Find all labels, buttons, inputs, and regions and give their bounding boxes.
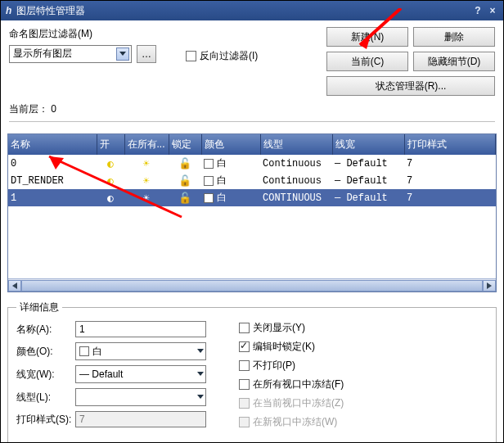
hide-details-button[interactable]: 隐藏细节(D) <box>413 52 495 71</box>
col-name[interactable]: 名称 <box>8 134 97 155</box>
details-group: 详细信息 名称(A): 1 颜色(O): 白 线宽(W): — Default <box>7 301 497 443</box>
scroll-left-icon[interactable] <box>8 280 21 292</box>
detail-color-label: 颜色(O): <box>16 345 75 359</box>
color-swatch[interactable] <box>204 193 214 203</box>
close-button[interactable]: × <box>485 5 500 16</box>
app-logo: h <box>6 5 11 16</box>
detail-lineweight-label: 线宽(W): <box>16 368 75 382</box>
check-off-display[interactable]: 关闭显示(Y) <box>239 321 344 335</box>
help-button[interactable]: ? <box>470 5 485 16</box>
check-edit-lock[interactable]: 编辑时锁定(K) <box>239 340 344 354</box>
scroll-right-icon[interactable] <box>483 280 496 292</box>
state-manager-button[interactable]: 状态管理器(R)... <box>326 76 495 96</box>
col-lock[interactable]: 锁定 <box>169 134 201 155</box>
lightbulb-icon[interactable]: ◐ <box>97 172 124 189</box>
detail-plotstyle-label: 打印样式(S): <box>16 413 75 427</box>
table-header-row: 名称 开 在所有... 锁定 颜色 线型 线宽 打印样式 <box>8 134 496 155</box>
delete-button[interactable]: 删除 <box>413 27 495 47</box>
detail-name-label: 名称(A): <box>16 323 75 337</box>
filter-label: 命名图层过滤器(M) <box>9 27 320 41</box>
scroll-thumb[interactable] <box>21 280 483 292</box>
check-freeze-current: 在当前视口中冻结(Z) <box>239 396 344 410</box>
col-lineweight[interactable]: 线宽 <box>332 134 404 155</box>
check-freeze-all[interactable]: 在所有视口中冻结(F) <box>239 377 344 391</box>
color-swatch[interactable] <box>204 159 214 169</box>
current-button[interactable]: 当前(C) <box>326 52 408 71</box>
filter-combo-value: 显示所有图层 <box>13 47 116 61</box>
col-plotstyle[interactable]: 打印样式 <box>404 134 496 155</box>
filter-browse-button[interactable]: … <box>137 45 156 63</box>
window-title: 图层特性管理器 <box>16 4 470 18</box>
horizontal-scrollbar[interactable] <box>8 278 496 292</box>
col-color[interactable]: 颜色 <box>201 134 260 155</box>
col-on[interactable]: 开 <box>97 134 124 155</box>
title-bar: h 图层特性管理器 ? × <box>1 1 503 20</box>
table-row[interactable]: 1 ◐ ☀ 🔓 白 CONTINUOUS — Default 7 <box>8 189 496 206</box>
chevron-down-icon[interactable] <box>197 349 204 354</box>
lightbulb-icon[interactable]: ◐ <box>97 189 124 206</box>
upper-panel: 命名图层过滤器(M) 显示所有图层 … 反向过滤器(I) 新建(N) 删除 当前… <box>1 20 503 133</box>
detail-lineweight-combo[interactable]: — Default <box>75 365 206 383</box>
table-row[interactable]: 0 ◐ ☀ 🔓 白 Continuous — Default 7 <box>8 155 496 172</box>
detail-color-combo[interactable]: 白 <box>75 342 206 360</box>
detail-linetype-label: 线型(L): <box>16 391 75 405</box>
detail-plotstyle-input: 7 <box>75 411 206 427</box>
detail-name-input[interactable]: 1 <box>75 321 206 337</box>
chevron-down-icon[interactable] <box>116 47 129 61</box>
sun-icon[interactable]: ☀ <box>124 172 169 189</box>
detail-linetype-combo[interactable] <box>75 388 206 406</box>
layer-table: 名称 开 在所有... 锁定 颜色 线型 线宽 打印样式 0 ◐ ☀ 🔓 白 C… <box>7 133 497 292</box>
lock-icon[interactable]: 🔓 <box>169 189 201 206</box>
col-all[interactable]: 在所有... <box>124 134 169 155</box>
checkbox-icon <box>186 51 196 61</box>
sun-icon[interactable]: ☀ <box>124 155 169 172</box>
current-layer-value: 0 <box>51 103 56 115</box>
invert-filter-checkbox[interactable]: 反向过滤器(I) <box>186 49 258 63</box>
filter-combo[interactable]: 显示所有图层 <box>9 45 132 63</box>
table-empty-area <box>8 206 496 278</box>
color-swatch[interactable] <box>204 176 214 186</box>
col-linetype[interactable]: 线型 <box>260 134 332 155</box>
table-row[interactable]: DT_RENDER ◐ ☀ 🔓 白 Continuous — Default 7 <box>8 172 496 189</box>
sun-icon[interactable]: ☀ <box>124 189 169 206</box>
invert-filter-label: 反向过滤器(I) <box>200 49 258 63</box>
new-button[interactable]: 新建(N) <box>326 27 408 47</box>
chevron-down-icon[interactable] <box>197 395 204 400</box>
color-swatch <box>79 346 89 356</box>
chevron-down-icon[interactable] <box>197 372 204 377</box>
details-legend: 详细信息 <box>16 301 62 314</box>
lock-icon[interactable]: 🔓 <box>169 172 201 189</box>
current-layer-label: 当前层： <box>9 103 48 115</box>
lightbulb-icon[interactable]: ◐ <box>97 155 124 172</box>
check-no-print[interactable]: 不打印(P) <box>239 359 344 373</box>
lock-icon[interactable]: 🔓 <box>169 155 201 172</box>
check-freeze-new: 在新视口中冻结(W) <box>239 415 344 429</box>
